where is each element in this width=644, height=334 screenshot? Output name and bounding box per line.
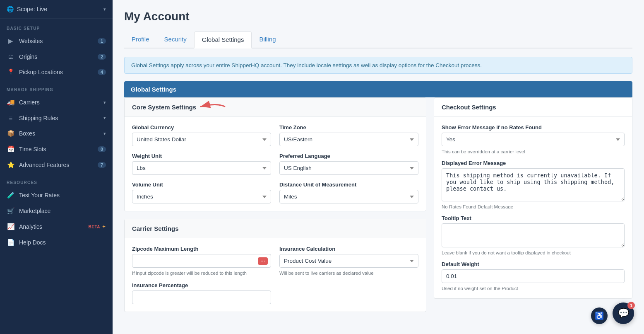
- zipcode-max-input[interactable]: [132, 254, 271, 268]
- tooltip-text-textarea[interactable]: [442, 223, 625, 247]
- preferred-language-label: Preferred Language: [279, 153, 418, 159]
- resources-section-title: RESOURCES: [0, 173, 113, 187]
- tooltip-hint: Leave blank if you do not want a tooltip…: [442, 250, 625, 255]
- insurance-calc-select[interactable]: Product Cost Value Declared Value None: [279, 254, 418, 268]
- zipcode-icon-btn[interactable]: ⋯: [258, 257, 268, 265]
- sidebar-item-test-rates[interactable]: 🧪 Test Your Rates: [0, 187, 113, 203]
- sidebar-item-time-slots[interactable]: 📅 Time Slots 0: [0, 141, 113, 157]
- cursor-icon: ▶: [7, 37, 15, 45]
- manage-shipping-section-title: MANAGE SHIPPING: [0, 80, 113, 94]
- show-error-label: Show Error Message if no Rates Found: [442, 124, 625, 131]
- pin-icon: 📍: [7, 68, 15, 76]
- help-icon: 📄: [7, 239, 15, 246]
- time-slots-badge: 0: [98, 146, 106, 152]
- displayed-error-field: Displayed Error Message This shipping me…: [442, 160, 625, 209]
- volume-unit-select[interactable]: Inches Centimeters: [132, 190, 271, 203]
- advanced-features-badge: 7: [98, 162, 106, 168]
- show-error-field: Show Error Message if no Rates Found Yes…: [442, 124, 625, 154]
- sidebar-item-marketplace[interactable]: 🛒 Marketplace: [0, 203, 113, 219]
- tooltip-text-label: Tooltip Text: [442, 215, 625, 221]
- boxes-icon: 📦: [7, 130, 15, 137]
- shipping-rules-label: Shipping Rules: [19, 115, 103, 121]
- preferred-language-select[interactable]: US English UK English French: [279, 161, 418, 175]
- advanced-features-label: Advanced Features: [19, 162, 98, 168]
- zipcode-max-input-wrapper: ⋯: [132, 254, 271, 268]
- show-error-hint: This can be overridden at a carrier leve…: [442, 149, 625, 154]
- sidebar-item-websites[interactable]: ▶ Websites 1: [0, 33, 113, 49]
- boxes-chevron: ▾: [103, 131, 106, 136]
- insurance-calc-label: Insurance Calculation: [279, 246, 418, 252]
- sidebar-item-origins[interactable]: 🗂 Origins 2: [0, 49, 113, 64]
- weight-unit-select[interactable]: Lbs Kg: [132, 161, 271, 175]
- distance-unit-select[interactable]: Miles Kilometers: [279, 190, 418, 203]
- carriers-label: Carriers: [19, 99, 103, 106]
- core-settings-title: Core System Settings: [125, 98, 426, 117]
- default-weight-field: Default Weight Used if no weight set on …: [442, 261, 625, 291]
- global-currency-group: Global Currency United States Dollar Eur…: [132, 124, 271, 146]
- volume-unit-label: Volume Unit: [132, 182, 271, 188]
- tab-security[interactable]: Security: [157, 31, 194, 48]
- displayed-error-label: Displayed Error Message: [442, 160, 625, 166]
- distance-unit-label: Distance Unit of Measurement: [279, 182, 418, 188]
- scope-selector[interactable]: 🌐 Scope: Live ▾: [0, 0, 113, 19]
- globe-icon: 🌐: [7, 6, 14, 12]
- origins-badge: 2: [98, 54, 106, 60]
- chat-badge: 1: [627, 302, 635, 309]
- tab-profile[interactable]: Profile: [124, 31, 157, 48]
- analytics-label: Analytics: [19, 223, 87, 230]
- test-rates-label: Test Your Rates: [19, 192, 106, 198]
- scope-label: Scope: Live: [17, 6, 103, 12]
- default-weight-input[interactable]: [442, 269, 625, 283]
- weight-unit-label: Weight Unit: [132, 153, 271, 159]
- preferred-language-group: Preferred Language US English UK English…: [279, 153, 418, 175]
- help-docs-label: Help Docs: [19, 239, 106, 246]
- zipcode-max-hint: If input zipcode is greater will be redu…: [132, 271, 271, 276]
- carrier-settings-title: Carrier Settings: [125, 219, 426, 238]
- default-weight-label: Default Weight: [442, 261, 625, 267]
- distance-unit-group: Distance Unit of Measurement Miles Kilom…: [279, 182, 418, 203]
- pickup-locations-badge: 4: [98, 69, 106, 75]
- websites-label: Websites: [19, 38, 98, 44]
- carriers-chevron: ▾: [103, 100, 106, 105]
- core-settings-title-text: Core System Settings: [132, 104, 196, 111]
- sidebar-item-analytics[interactable]: 📈 Analytics BETA ✦: [0, 219, 113, 235]
- page-title: My Account: [124, 10, 632, 23]
- insurance-pct-group: Insurance Percentage: [132, 282, 271, 304]
- test-icon: 🧪: [7, 191, 15, 199]
- zipcode-max-group: Zipcode Maximum Length ⋯ If input zipcod…: [132, 246, 271, 276]
- analytics-icon: 📈: [7, 223, 15, 230]
- global-currency-select[interactable]: United States Dollar Euro British Pound: [132, 133, 271, 146]
- rules-chevron: ▾: [103, 115, 106, 121]
- tooltip-text-field: Tooltip Text Leave blank if you do not w…: [442, 215, 625, 255]
- volume-unit-group: Volume Unit Inches Centimeters: [132, 182, 271, 203]
- global-currency-label: Global Currency: [132, 124, 271, 131]
- displayed-error-hint: No Rates Found Default Message: [442, 204, 625, 209]
- checkout-settings-card: Checkout Settings Show Error Message if …: [434, 97, 632, 299]
- sidebar-item-carriers[interactable]: 🚚 Carriers ▾: [0, 94, 113, 110]
- sidebar-item-boxes[interactable]: 📦 Boxes ▾: [0, 126, 113, 141]
- sidebar-item-pickup-locations[interactable]: 📍 Pickup Locations 4: [0, 64, 113, 80]
- insurance-calc-group: Insurance Calculation Product Cost Value…: [279, 246, 418, 276]
- sidebar-item-help-docs[interactable]: 📄 Help Docs: [0, 235, 113, 250]
- time-zone-select[interactable]: US/Eastern US/Central US/Pacific: [279, 133, 418, 146]
- checkout-settings-title: Checkout Settings: [434, 98, 632, 117]
- calendar-icon: 📅: [7, 145, 15, 153]
- accessibility-button[interactable]: ♿: [591, 307, 608, 324]
- insurance-pct-input[interactable]: [132, 290, 271, 304]
- tab-billing[interactable]: Billing: [252, 31, 283, 48]
- carrier-settings-card: Carrier Settings Zipcode Maximum Length …: [124, 219, 426, 312]
- tab-global-settings[interactable]: Global Settings: [194, 31, 252, 48]
- show-error-select[interactable]: Yes No: [442, 133, 625, 146]
- checkout-settings-body: Show Error Message if no Rates Found Yes…: [434, 117, 632, 298]
- websites-badge: 1: [98, 38, 106, 44]
- sidebar-item-shipping-rules[interactable]: ≡ Shipping Rules ▾: [0, 110, 113, 126]
- time-slots-label: Time Slots: [19, 146, 98, 152]
- sidebar: 🌐 Scope: Live ▾ BASIC SETUP ▶ Websites 1…: [0, 0, 113, 334]
- chevron-down-icon: ▾: [103, 7, 106, 12]
- section-header: Global Settings: [124, 81, 632, 97]
- chat-button[interactable]: 💬 1: [613, 303, 634, 324]
- sidebar-item-advanced-features[interactable]: ⭐ Advanced Features 7: [0, 157, 113, 173]
- origins-icon: 🗂: [7, 53, 15, 60]
- displayed-error-textarea[interactable]: This shipping method is currently unavai…: [442, 168, 625, 201]
- chat-icon: 💬: [618, 308, 629, 319]
